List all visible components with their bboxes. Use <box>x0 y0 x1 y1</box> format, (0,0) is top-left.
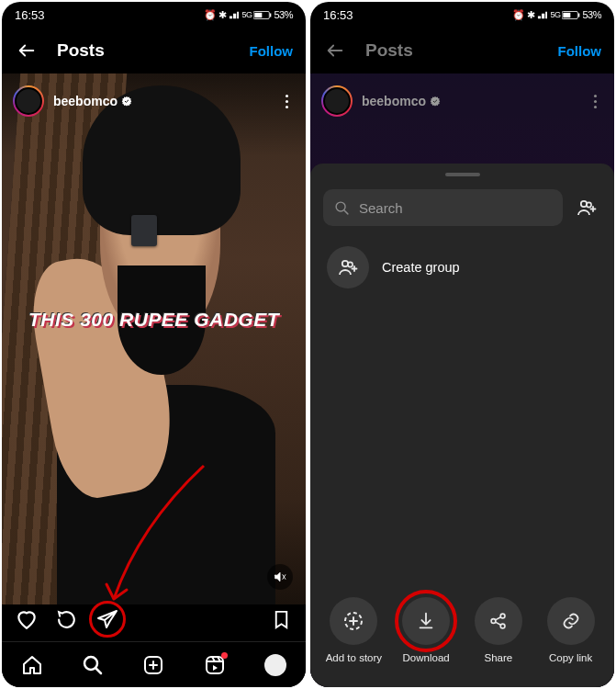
download-button[interactable]: Download <box>394 597 458 663</box>
bookmark-icon[interactable] <box>269 607 293 631</box>
create-group-label: Create group <box>382 260 460 275</box>
author-row[interactable]: beebomco <box>2 81 306 121</box>
post-actions <box>2 597 306 641</box>
search-placeholder: Search <box>359 200 403 216</box>
reels-notification-dot <box>221 652 228 659</box>
phone-left-posts-view: 16:53 ⏰✱ 5G 53% Posts Follow THIS 300 RU… <box>2 2 306 687</box>
svg-point-15 <box>491 619 496 624</box>
verified-badge-icon <box>121 96 132 107</box>
nav-search-icon[interactable] <box>81 653 105 677</box>
page-title: Posts <box>365 40 540 61</box>
share-button[interactable]: Share <box>466 597 531 663</box>
svg-rect-5 <box>207 657 223 673</box>
status-time: 16:53 <box>323 8 353 22</box>
author-avatar[interactable] <box>13 85 44 117</box>
phone-right-share-sheet: 16:53 ⏰✱ 5G 53% Posts Follow beebomco <box>310 2 614 687</box>
search-icon <box>334 200 350 216</box>
svg-rect-8 <box>578 13 579 17</box>
status-indicators: ⏰✱ 5G 53% <box>204 9 293 21</box>
svg-point-16 <box>500 614 505 618</box>
status-bar: 16:53 ⏰✱ 5G 53% <box>2 2 306 28</box>
search-input[interactable]: Search <box>323 189 563 226</box>
nav-create-icon[interactable] <box>141 653 165 677</box>
mute-icon[interactable] <box>267 564 293 590</box>
author-row[interactable]: beebomco <box>310 81 614 121</box>
author-username[interactable]: beebomco <box>53 94 132 108</box>
nav-reels-icon[interactable] <box>203 653 227 677</box>
svg-point-10 <box>581 201 587 207</box>
author-username[interactable]: beebomco <box>362 94 441 108</box>
page-title: Posts <box>57 40 231 61</box>
share-actions-row: Add to story Download Share Copy link <box>310 584 614 687</box>
svg-rect-2 <box>270 13 271 17</box>
svg-rect-1 <box>255 12 263 17</box>
svg-point-12 <box>342 261 348 266</box>
link-icon <box>547 597 595 645</box>
app-header: Posts Follow <box>310 28 614 73</box>
like-icon[interactable] <box>15 607 39 631</box>
follow-button[interactable]: Follow <box>250 43 294 59</box>
add-to-story-icon <box>330 597 377 645</box>
share-icon <box>475 597 522 645</box>
author-avatar[interactable] <box>321 85 353 117</box>
bottom-nav <box>2 641 306 687</box>
svg-rect-7 <box>564 12 571 17</box>
comment-icon[interactable] <box>55 607 79 631</box>
back-arrow-icon[interactable] <box>323 39 347 62</box>
share-bottom-sheet: Search Create group Add to story <box>310 164 614 687</box>
copy-link-button[interactable]: Copy link <box>539 597 603 663</box>
reel-caption-overlay: THIS 300 RUPEE GADGET <box>2 309 306 331</box>
status-indicators: ⏰✱ 5G 53% <box>512 9 601 21</box>
back-arrow-icon[interactable] <box>15 39 39 62</box>
share-send-icon[interactable] <box>95 607 119 631</box>
app-header: Posts Follow <box>2 28 306 73</box>
nav-profile-icon[interactable] <box>263 653 287 677</box>
create-group-icon <box>327 246 369 288</box>
create-group-row[interactable]: Create group <box>310 243 614 288</box>
add-people-icon[interactable] <box>572 193 601 222</box>
reel-media[interactable]: THIS 300 RUPEE GADGET <box>2 73 306 604</box>
svg-point-17 <box>500 624 505 628</box>
add-to-story-button[interactable]: Add to story <box>321 597 386 663</box>
follow-button[interactable]: Follow <box>558 43 602 59</box>
svg-point-13 <box>348 262 353 266</box>
more-options-icon[interactable] <box>278 95 295 108</box>
verified-badge-icon <box>430 96 441 107</box>
nav-home-icon[interactable] <box>20 653 44 677</box>
sheet-grabber[interactable] <box>445 173 480 176</box>
download-icon <box>402 597 450 645</box>
more-options-icon[interactable] <box>587 95 603 108</box>
status-bar: 16:53 ⏰✱ 5G 53% <box>310 2 614 28</box>
svg-point-11 <box>587 202 591 207</box>
status-time: 16:53 <box>15 8 45 22</box>
